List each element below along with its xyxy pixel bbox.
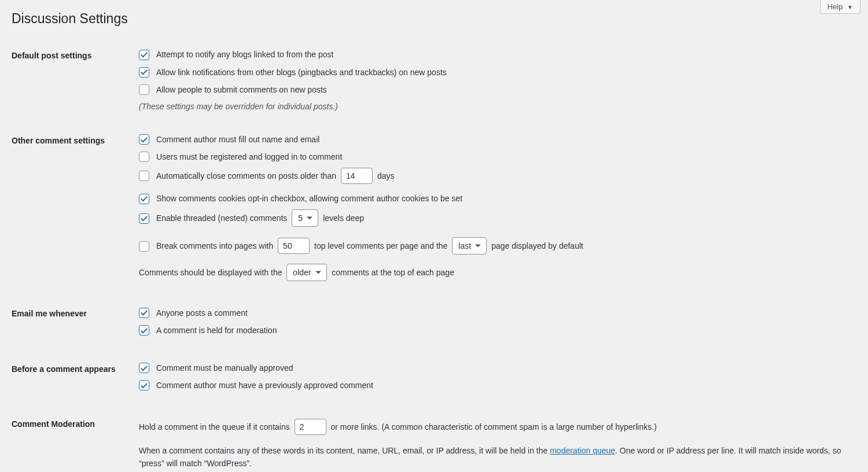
section-heading: Default post settings (12, 39, 139, 124)
section-email-me: Email me whenever Anyone posts a comment… (12, 297, 856, 352)
label-threaded[interactable]: Enable threaded (nested) comments (139, 213, 289, 222)
text-close-suffix: days (377, 171, 395, 180)
checkbox-threaded[interactable] (139, 213, 149, 224)
label-allow-comments[interactable]: Allow people to submit comments on new p… (139, 84, 327, 94)
text-require-name-email: Comment author must fill out name and em… (156, 135, 319, 144)
section-default-post: Default post settings Attempt to notify … (12, 39, 856, 124)
text-require-registration: Users must be registered and logged in t… (156, 152, 342, 161)
text-allow-pings: Allow link notifications from other blog… (156, 67, 447, 76)
label-prev-approved[interactable]: Comment author must have a previously ap… (139, 380, 373, 389)
text-notify-blogs: Attempt to notify any blogs linked to fr… (156, 50, 334, 59)
checkbox-require-name-email[interactable] (139, 134, 149, 145)
label-require-registration[interactable]: Users must be registered and logged in t… (139, 152, 342, 161)
section-heading: Email me whenever (12, 297, 139, 352)
section-before-appears: Before a comment appears Comment must be… (12, 353, 856, 408)
label-anyone-posts[interactable]: Anyone posts a comment (139, 308, 248, 317)
select-default-page[interactable]: last (452, 237, 487, 255)
text-order-prefix: Comments should be displayed with the (139, 268, 282, 277)
checkbox-notify-blogs[interactable] (139, 50, 149, 60)
label-cookies-optin[interactable]: Show comments cookies opt-in checkbox, a… (139, 193, 462, 202)
checkbox-require-registration[interactable] (139, 152, 149, 162)
link-moderation-queue[interactable]: moderation queue (550, 446, 615, 455)
select-comment-order[interactable]: older (286, 264, 327, 281)
text-mod-links-suffix: or more links. (A common characteristic … (330, 422, 656, 432)
checkbox-allow-pings[interactable] (139, 67, 149, 78)
default-post-note: (These settings may be overridden for in… (139, 101, 851, 113)
select-thread-levels[interactable]: 5 (292, 209, 318, 227)
label-held-moderation[interactable]: A comment is held for moderation (139, 325, 277, 334)
label-pagination[interactable]: Break comments into pages with (139, 241, 275, 250)
section-comment-moderation: Comment Moderation Hold a comment in the… (12, 408, 856, 472)
text-pagination-mid: top level comments per page and the (314, 241, 447, 250)
checkbox-close-comments[interactable] (139, 171, 149, 181)
text-manual-approve: Comment must be manually approved (156, 363, 293, 373)
checkbox-allow-comments[interactable] (139, 84, 149, 95)
text-held-moderation: A comment is held for moderation (156, 326, 277, 335)
checkbox-anyone-posts[interactable] (139, 308, 149, 318)
checkbox-cookies-optin[interactable] (139, 194, 149, 204)
checkbox-held-moderation[interactable] (139, 325, 149, 335)
label-require-name-email[interactable]: Comment author must fill out name and em… (139, 134, 319, 143)
checkbox-prev-approved[interactable] (139, 380, 149, 390)
settings-wrap: Discussion Settings Default post setting… (0, 0, 868, 472)
section-heading: Comment Moderation (12, 408, 139, 472)
text-pagination-prefix: Break comments into pages with (156, 241, 273, 250)
label-manual-approve[interactable]: Comment must be manually approved (139, 363, 293, 372)
text-mod-links-prefix: Hold a comment in the queue if it contai… (139, 422, 290, 432)
text-threaded-prefix: Enable threaded (nested) comments (156, 213, 287, 223)
text-anyone-posts: Anyone posts a comment (156, 308, 248, 317)
section-heading: Before a comment appears (12, 353, 139, 408)
help-label: Help (827, 2, 843, 11)
checkbox-manual-approve[interactable] (139, 363, 149, 373)
section-other-comment: Other comment settings Comment author mu… (12, 124, 856, 298)
label-notify-blogs[interactable]: Attempt to notify any blogs linked to fr… (139, 49, 334, 58)
input-max-links[interactable] (295, 419, 326, 435)
text-prev-approved: Comment author must have a previously ap… (156, 381, 373, 390)
page-title: Discussion Settings (12, 6, 856, 29)
chevron-down-icon: ▼ (847, 4, 853, 10)
section-heading: Other comment settings (12, 124, 139, 298)
label-allow-pings[interactable]: Allow link notifications from other blog… (139, 67, 447, 76)
text-pagination-suffix: page displayed by default (491, 241, 583, 250)
input-per-page[interactable] (278, 238, 310, 254)
text-order-suffix: comments at the top of each page (332, 268, 454, 277)
text-mod-help-pre: When a comment contains any of these wor… (139, 446, 550, 455)
help-tab[interactable]: Help ▼ (820, 0, 860, 14)
checkbox-pagination[interactable] (139, 241, 149, 252)
settings-form-table: Default post settings Attempt to notify … (12, 39, 856, 472)
text-close-prefix: Automatically close comments on posts ol… (156, 171, 336, 180)
text-threaded-suffix: levels deep (323, 213, 364, 223)
text-cookies-optin: Show comments cookies opt-in checkbox, a… (156, 194, 462, 203)
text-allow-comments: Allow people to submit comments on new p… (156, 85, 327, 94)
input-close-days[interactable] (341, 168, 373, 184)
label-close-comments[interactable]: Automatically close comments on posts ol… (139, 171, 339, 180)
